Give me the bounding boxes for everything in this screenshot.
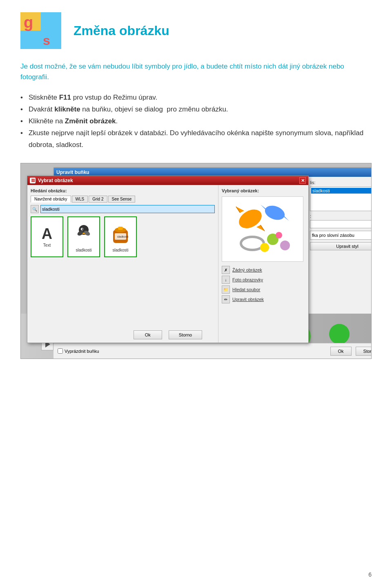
- dialog-close-button[interactable]: ✕: [299, 177, 306, 184]
- upravit-icon: ✏: [222, 295, 230, 303]
- svg-point-49: [329, 324, 350, 344]
- bg-storno-button[interactable]: Storno: [356, 347, 372, 356]
- tab-navrzene[interactable]: Navržené obrázky: [31, 196, 71, 203]
- bg-bottom-buttons: Ok Storno: [330, 347, 372, 356]
- hledani-title: Hledání obrázku:: [31, 188, 215, 193]
- right-panel-input[interactable]: [310, 220, 372, 228]
- svg-marker-29: [236, 207, 244, 213]
- svg-marker-35: [283, 215, 289, 221]
- bullet-list: Stiskněte F11 pro vstup do Režimu úprav.…: [20, 92, 372, 151]
- zadny-icon: ✗: [222, 266, 230, 274]
- vyprazdnit-checkbox-label: Vyprázdnit buňku: [58, 348, 99, 354]
- image-grid: A Text: [31, 216, 215, 257]
- right-panel-list-item[interactable]: sladkosti: [311, 188, 372, 194]
- dialog-icon: 🖼: [30, 178, 36, 183]
- svg-point-41: [276, 232, 282, 238]
- page-number: 6: [368, 571, 372, 578]
- image-cell-label-text: Text: [43, 243, 51, 247]
- svg-point-37: [244, 239, 261, 247]
- foto-button[interactable]: Foto obrazovky: [232, 277, 263, 282]
- candy2-svg: sladkosti: [108, 222, 133, 246]
- svg-point-33: [263, 203, 287, 223]
- dialog-left-panel: Hledání obrázku: Navržené obrázky WLS Gr…: [27, 185, 218, 343]
- list-item: Klikněte na Změnit obrázek.: [20, 116, 372, 127]
- tab-seesense[interactable]: See Sense: [108, 196, 136, 203]
- preview-svg: [226, 198, 299, 260]
- header: g s Změna obrázku: [20, 12, 372, 49]
- page-title: Změna obrázku: [74, 23, 169, 38]
- text-cell-icon: A: [42, 227, 52, 241]
- image-cell-candy2[interactable]: sladkosti sladkosti: [104, 216, 137, 257]
- candy1-svg: [71, 222, 96, 246]
- image-cell-candy1[interactable]: sladkosti: [67, 216, 100, 257]
- hledat-button[interactable]: Hledat soubor: [232, 287, 261, 292]
- action-row-hledat: 📁 Hledat soubor: [222, 285, 305, 294]
- svg-point-39: [280, 241, 290, 250]
- logo-icon: g s: [20, 12, 61, 49]
- image-cell-text[interactable]: A Text: [31, 216, 63, 257]
- screenshot-area: Upravit buňku ✕ lis: sladkosti : fka pro…: [20, 163, 372, 359]
- image-cell-label-candy2: sladkosti: [113, 248, 129, 252]
- bg-window-title: Upravit buňku: [56, 169, 89, 175]
- tab-bar: Navržené obrázky WLS Grid 2 See Sense: [31, 196, 215, 203]
- image-cell-label-candy1: sladkosti: [76, 248, 92, 252]
- vybrat-obrazek-dialog: 🖼 Vybrat obrázek ✕ Hledání obrázku: Navr…: [27, 176, 309, 343]
- list-item: Zkuste nejprve najít lepší obrázek v dat…: [20, 127, 372, 151]
- svg-rect-25: [118, 227, 123, 230]
- action-buttons: ✗ Žádný obrázek ↓ Foto obrazovky 📁 Hleda…: [222, 266, 305, 303]
- preview-area: [222, 196, 303, 262]
- action-row-upravit: ✏ Upravit obrázek: [222, 295, 305, 303]
- dialog-titlebar: 🖼 Vybrat obrázek ✕: [27, 176, 308, 185]
- dialog-ok-button[interactable]: Ok: [134, 330, 162, 339]
- intro-text: Je dost možné, že se vám nebudou líbit s…: [20, 61, 372, 82]
- hledat-icon: 📁: [222, 285, 230, 294]
- action-row-foto: ↓ Foto obrazovky: [222, 276, 305, 284]
- upravit-button[interactable]: Upravit obrázek: [232, 297, 264, 302]
- bg-ok-button[interactable]: Ok: [330, 347, 352, 356]
- dialog-storno-button[interactable]: Storno: [169, 330, 202, 339]
- dialog-title: Vybrat obrázek: [38, 178, 73, 183]
- svg-point-22: [82, 228, 83, 229]
- zadny-button[interactable]: Žádný obrázek: [232, 267, 262, 272]
- foto-icon: ↓: [222, 276, 230, 284]
- svg-point-40: [260, 243, 269, 252]
- list-item: Dvakrát klikněte na buňku, objeví se dia…: [20, 104, 372, 116]
- vyprazdnit-label: Vyprázdnit buňku: [65, 349, 99, 354]
- search-row: 🔍: [31, 205, 215, 213]
- tab-wls[interactable]: WLS: [72, 196, 88, 203]
- right-panel-label2: :: [310, 214, 372, 218]
- dialog-body: Hledání obrázku: Navržené obrázky WLS Gr…: [27, 185, 308, 343]
- upravit-styl-button[interactable]: Upravit styl: [310, 242, 372, 250]
- dialog-right-panel: Vybraný obrázek:: [218, 185, 308, 343]
- dialog-footer: Ok Storno: [31, 330, 305, 339]
- action-row-zadny: ✗ Žádný obrázek: [222, 266, 305, 274]
- svg-point-16: [371, 336, 372, 339]
- svg-text:sladkosti: sladkosti: [117, 235, 129, 238]
- svg-text:g: g: [24, 14, 33, 31]
- svg-marker-34: [261, 205, 267, 211]
- right-panel-label1: lis:: [310, 180, 372, 185]
- right-panel-select[interactable]: fka pro slovní zásobu: [310, 231, 372, 240]
- vybran-title: Vybraný obrázek:: [222, 188, 305, 193]
- search-icon-button[interactable]: 🔍: [31, 205, 39, 213]
- svg-marker-30: [256, 225, 265, 231]
- tab-grid2[interactable]: Grid 2: [89, 196, 107, 203]
- bg-bottom-bar: Vyprázdnit buňku Ok Storno: [53, 343, 372, 359]
- search-input[interactable]: [40, 205, 215, 213]
- svg-text:s: s: [43, 33, 50, 48]
- right-panel-list[interactable]: sladkosti: [310, 187, 372, 211]
- vyprazdnit-checkbox[interactable]: [58, 348, 63, 354]
- svg-point-6: [23, 34, 38, 46]
- svg-rect-1: [41, 12, 61, 31]
- list-item: Stiskněte F11 pro vstup do Režimu úprav.: [20, 92, 372, 104]
